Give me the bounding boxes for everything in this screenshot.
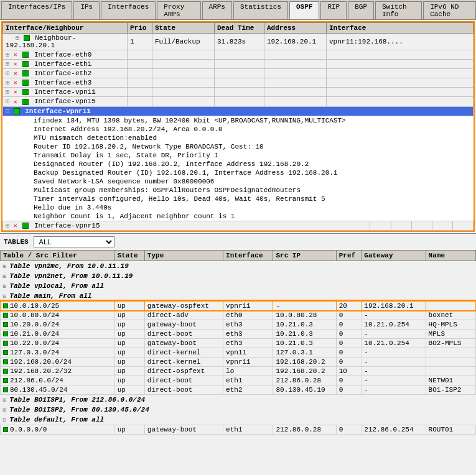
detail-line-4: Transmit Delay is 1 sec, State DR, Prior… [2,151,474,160]
neighbour-row[interactable]: ⊞ Neighbour-192.168.20.1 1 Full/Backup 3… [3,34,474,50]
expand-vpnr15[interactable]: ⊞ [6,223,9,229]
red-x-eth3: ✕ [14,80,17,86]
table-row[interactable]: 192.168.20.0/24updirect-kernelvpnr11192.… [1,357,476,366]
section-header-Table-vplocal,-From-all[interactable]: ⊞ Table vplocal, From all [1,281,476,291]
col-rt-name: Name [426,250,475,261]
col-address: Address [264,23,327,34]
section-header-Table-BO1ISP1,-From-212.86.0.0/24[interactable]: ⊞ Table BO1ISP1, From 212.86.0.0/24 [1,394,476,405]
detail-line-8: Multicast group memberships: OSPFAllRout… [2,186,474,195]
neighbour-deadtime: 31.823s [215,34,264,50]
green-dot-icon [3,359,8,364]
col-rt-state: State [114,250,144,261]
green-sq-vpnr15 [22,223,29,229]
green-sq-eth1 [22,61,29,67]
green-sq-eth2 [22,70,29,76]
neighbour-state: Full/Backup [152,34,215,50]
expand-eth0[interactable]: ⊞ [6,52,9,58]
interface-vpn15-row[interactable]: ⊞ ✕ Interface-vpn15 [3,97,474,106]
tab-ipv6-nd-cache[interactable]: IPv6 ND Cache [423,1,476,19]
neighbour-interface: vpnr11:192.168.... [327,34,474,50]
detail-line-10: Hello due in 3.440s [2,203,474,212]
table-row[interactable]: 212.86.0.0/24updirect-booteth1212.86.0.2… [1,376,476,385]
green-dot-icon [3,387,8,392]
group-name: Table BO1ISP1, From 212.86.0.0/24 [9,396,145,404]
expand-eth3[interactable]: ⊞ [6,80,9,86]
table-row[interactable]: 127.0.3.0/24updirect-kernelvpn11127.0.3.… [1,348,476,357]
tab-interfaces-ips[interactable]: Interfaces/IPs [1,1,72,19]
col-state: State [152,23,215,34]
section-header-Table-default,-From-all[interactable]: ⊟ Table default, From all [1,415,476,425]
detail-line-3: Router ID 192.168.20.2, Network Type BRO… [2,142,474,151]
tab-ips[interactable]: IPs [73,1,100,19]
table-row[interactable]: 0.0.0.0/0upgateway-booteth1212.86.0.2802… [1,425,476,434]
neighbour-address: 192.168.20.1 [264,34,327,50]
group-name: Table vpn2net, From 10.0.11.19 [9,272,133,280]
interface-eth1-row[interactable]: ⊞ ✕ Interface-eth1 [3,60,474,69]
tab-rip[interactable]: RIP [320,1,347,19]
col-interface-neighbour: Interface/Neighbour [3,23,128,34]
interface-eth2-row[interactable]: ⊞ ✕ Interface-eth2 [3,69,474,78]
col-rt-pref: Pref [336,250,362,261]
group-name: Table main, From all [9,292,91,300]
red-x-vpn11: ✕ [14,89,17,96]
vpn15-label: Interface-vpn15 [34,98,96,105]
expand-group-btn[interactable]: ⊞ [3,284,10,290]
expand-neighbour[interactable]: ⊞ [16,35,19,42]
red-x-eth2: ✕ [14,70,17,77]
interface-vpn11-row[interactable]: ⊞ ✕ Interface-vpn11 [3,88,474,97]
table-row[interactable]: 10.20.0.0/24upgateway-booteth310.21.0.30… [1,320,476,329]
tables-select[interactable]: ALL main vpn2mc vpn2net vplocal BO1ISP1 … [34,236,114,247]
eth2-label: Interface-eth2 [34,70,91,77]
detail-line-9: Timer intervals configured, Hello 10s, D… [2,195,474,203]
green-dot-icon [3,322,8,327]
col-prio: Prio [128,23,152,34]
section-header-Table-vpn2mc,-From-10.0.11.19[interactable]: ⊞ Table vpn2mc, From 10.0.11.19 [1,261,476,271]
col-table-src-filter: Table / Src Filter [1,250,115,261]
green-sq-eth0 [22,52,29,58]
expand-group-btn[interactable]: ⊞ [3,264,10,270]
expand-eth1[interactable]: ⊞ [6,61,9,68]
section-header-Table-BO1ISP2,-From-80.130.45.0/24[interactable]: ⊞ Table BO1ISP2, From 80.130.45.0/24 [1,405,476,415]
section-header-Table-vpn2net,-From-10.0.11.19[interactable]: ⊞ Table vpn2net, From 10.0.11.19 [1,271,476,281]
green-dot-icon [3,427,8,432]
expand-eth2[interactable]: ⊞ [6,70,9,77]
col-interface-col: Interface [327,23,474,34]
green-dot-icon [3,341,8,346]
interface-eth3-row[interactable]: ⊞ ✕ Interface-eth3 [3,78,474,88]
group-name: Table default, From all [9,416,104,423]
table-row[interactable]: 192.168.20.2/32updirect-ospfextlo192.168… [1,366,476,376]
table-row[interactable]: 80.130.45.0/24updirect-booteth280.130.45… [1,385,476,394]
expand-group-btn[interactable]: ⊞ [3,407,10,413]
red-x-vpn15: ✕ [14,99,17,106]
expand-group-btn[interactable]: ⊟ [3,417,10,423]
tab-statistics[interactable]: Statistics [233,1,288,19]
detail-line-6: Backup Designated Router (ID) 192.168.20… [2,168,474,177]
table-row[interactable]: 10.0.80.0/24updirect-adveth010.0.80.280-… [1,310,476,320]
tab-proxy-arps[interactable]: Proxy ARPs [157,1,200,19]
expand-vpn15[interactable]: ⊞ [6,98,9,105]
tab-switch-info[interactable]: Switch Info [375,1,422,19]
table-row[interactable]: 10.0.10.0/25upgateway-ospfextvpnr11-2019… [1,301,476,310]
tab-ospf[interactable]: OSPF [289,1,319,19]
interface-vpnr15-row[interactable]: ⊞ ✕ Interface-vpnr15 [3,221,474,230]
tab-bgp[interactable]: BGP [348,1,374,19]
col-rt-gateway: Gateway [362,250,426,261]
expand-group-btn[interactable]: ⊞ [3,274,10,280]
table-row[interactable]: 10.22.0.0/24upgateway-booteth310.21.0.30… [1,338,476,348]
green-dot-icon [3,369,8,374]
section-header-Table-main,-From-all[interactable]: ⊟ Table main, From all [1,291,476,302]
interface-eth0-row[interactable]: ⊞ ✕ Interface-eth0 [3,50,474,60]
expand-vpn11[interactable]: ⊞ [6,89,9,96]
detail-line-1: Internet Address 192.168.20.2/24, Area 0… [2,125,474,134]
expand-group-btn[interactable]: ⊞ [3,397,10,404]
expand-vpnr11[interactable]: ⊟ [6,108,9,115]
eth1-label: Interface-eth1 [34,60,91,68]
green-dot-icon [3,303,8,308]
expand-group-btn[interactable]: ⊟ [3,293,10,300]
tab-arps[interactable]: ARPs [202,1,232,19]
table-row[interactable]: 10.21.0.0/24updirect-booteth310.21.0.30-… [1,329,476,338]
green-square-neighbour [24,35,30,41]
detail-line-2: MTU mismatch detection:enabled [2,134,474,142]
tab-interfaces[interactable]: Interfaces [101,1,156,19]
interface-vpnr11-row[interactable]: ⊟ Interface-vpnr11 [3,106,474,116]
